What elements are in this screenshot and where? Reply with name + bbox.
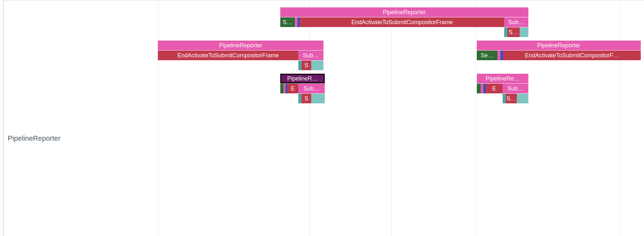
trace-viewport: PipelineReporterS…EndActivateToSubmitCom… [0, 0, 644, 236]
trace-slice[interactable]: E [486, 84, 503, 93]
trace-slice[interactable] [311, 94, 325, 103]
trace-slice[interactable]: S… [280, 17, 295, 27]
trace-slice[interactable]: PipelineRe… [477, 74, 528, 83]
trace-slice[interactable] [311, 61, 323, 70]
track-label: PipelineReporter [8, 134, 61, 143]
trace-slice[interactable] [280, 84, 284, 93]
trace-slice[interactable]: S [302, 61, 311, 70]
gridline [158, 0, 158, 236]
gridline [391, 0, 392, 236]
trace-slice[interactable]: EndActivateToSubmitCompositorFrame [300, 17, 504, 27]
trace-slice[interactable] [504, 27, 507, 37]
trace-slice[interactable] [497, 51, 500, 60]
trace-slice[interactable] [295, 17, 297, 27]
trace-slice[interactable]: Sub… [503, 84, 528, 93]
trace-slice[interactable]: S… [506, 94, 517, 103]
gridline [620, 0, 620, 236]
gridlines [3, 0, 644, 236]
trace-slice[interactable]: Se… [477, 51, 497, 60]
trace-slice[interactable]: Sub… [298, 84, 325, 93]
trace-slice[interactable]: PipelineR… [280, 74, 325, 83]
trace-slice[interactable] [500, 51, 503, 60]
trace-slice[interactable]: PipelineReporter [477, 41, 641, 50]
trace-slice[interactable]: E [287, 84, 298, 93]
trace-slice[interactable]: EndActivateToSubmitCompositorF… [503, 51, 641, 60]
trace-slice[interactable]: S [302, 94, 311, 103]
trace-slice[interactable] [520, 27, 528, 37]
flame-track[interactable]: PipelineReporterS…EndActivateToSubmitCom… [3, 0, 644, 236]
trace-slice[interactable] [298, 94, 302, 103]
gridline [309, 0, 310, 236]
trace-slice[interactable] [483, 84, 486, 93]
trace-slice[interactable]: S… [507, 27, 520, 37]
trace-slice[interactable]: EndActivateToSubmitCompositorFrame [158, 51, 298, 60]
trace-slice[interactable]: Sub… [298, 51, 323, 60]
trace-slice[interactable] [481, 84, 483, 93]
trace-slice[interactable]: PipelineReporter [280, 7, 528, 17]
trace-slice[interactable] [297, 17, 300, 27]
trace-slice[interactable] [298, 61, 302, 70]
gridline [475, 0, 476, 236]
trace-slice[interactable] [517, 94, 528, 103]
trace-slice[interactable]: Sub… [504, 17, 528, 27]
trace-slice[interactable] [477, 84, 481, 93]
trace-slice[interactable] [503, 94, 506, 103]
trace-slice[interactable]: PipelineReporter [158, 41, 323, 50]
